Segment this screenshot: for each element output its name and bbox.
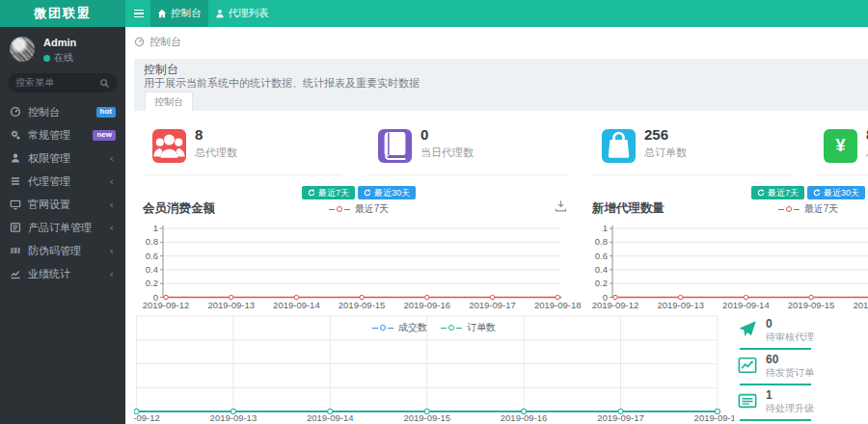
breadcrumb-label: 控制台 <box>149 35 181 49</box>
trend-icon <box>738 356 757 375</box>
new-agents-plot: 00.20.40.60.812019-09-122019-09-132019-0… <box>583 218 868 312</box>
sidebar-item-业绩统计[interactable]: 业绩统计 ‹ <box>0 262 125 285</box>
svg-text:0.4: 0.4 <box>595 264 608 275</box>
svg-text:2019-09-16: 2019-09-16 <box>403 300 450 310</box>
search-icon <box>99 78 110 89</box>
svg-text:0.2: 0.2 <box>146 278 158 288</box>
menu-badge: hot <box>96 107 116 118</box>
sidebar-item-控制台[interactable]: 控制台 hot <box>0 100 125 123</box>
nav-tab-控制台[interactable]: 控制台 <box>150 0 208 27</box>
svg-text:0.8: 0.8 <box>146 236 158 247</box>
chevron-left-icon: ‹ <box>110 222 114 234</box>
hamburger-icon[interactable] <box>125 0 147 27</box>
recent-7-days-button[interactable]: 最近7天 <box>302 186 355 199</box>
svg-text:2019-09-17: 2019-09-17 <box>469 300 516 310</box>
user-icon <box>215 9 225 18</box>
svg-text:2019-09-18: 2019-09-18 <box>534 300 582 310</box>
svg-text:2019-09-13: 2019-09-13 <box>657 300 704 310</box>
sidebar-item-label: 常规管理 <box>28 128 93 143</box>
svg-text:0.8: 0.8 <box>595 236 608 247</box>
shopping-bag-icon <box>602 129 636 163</box>
svg-text:2019-09-12: 2019-09-12 <box>143 300 190 310</box>
top-navbar: 控制台 代理列表 <box>125 0 868 27</box>
list-icon <box>738 391 757 411</box>
download-icon[interactable] <box>555 199 567 212</box>
chevron-left-icon: ‹ <box>110 268 114 280</box>
svg-text:2019-09-18: 2019-09-18 <box>694 412 734 423</box>
online-dot-icon <box>43 55 50 62</box>
legend-item[interactable]: 成交数 <box>372 321 427 334</box>
book-icon <box>378 129 412 163</box>
recent-30-days-button[interactable]: 最近30天 <box>358 186 416 199</box>
gears-icon <box>10 129 21 141</box>
nav-tab-label: 控制台 <box>171 7 202 20</box>
svg-text:0.2: 0.2 <box>595 278 608 288</box>
nav-tab-代理列表[interactable]: 代理列表 <box>208 0 276 27</box>
sidebar-item-权限管理[interactable]: 权限管理 ‹ <box>0 146 125 170</box>
legend-item[interactable]: 订单数 <box>441 321 496 334</box>
rocket-icon <box>738 320 757 339</box>
chevron-left-icon: ‹ <box>110 152 114 165</box>
refresh-icon <box>813 189 821 197</box>
shopping-bag-icon <box>602 129 636 163</box>
book-icon <box>378 129 412 163</box>
user-name: Admin <box>43 35 76 48</box>
sidebar: 微团联盟 Admin 在线 搜索菜单 控制台 hot 常规管理 new 权限管理… <box>0 0 125 424</box>
stat-card: ¥ 8 总销售额 <box>807 116 868 175</box>
search-placeholder: 搜索菜单 <box>15 76 99 90</box>
agents-icon <box>10 175 21 187</box>
stat-card-value: 8 <box>195 126 203 143</box>
permission-icon <box>10 152 21 164</box>
svg-text:2019-09-14: 2019-09-14 <box>722 300 770 310</box>
rocket-icon <box>738 320 757 339</box>
sidebar-item-常规管理[interactable]: 常规管理 new <box>0 123 125 146</box>
chevron-left-icon: ‹ <box>110 245 114 257</box>
sidebar-item-产品订单管理[interactable]: 产品订单管理 ‹ <box>0 216 125 239</box>
breadcrumb[interactable]: 控制台 <box>134 35 181 49</box>
quick-stats: 0 待审核代理 60 待发货订单 1 待处理升级 <box>738 314 868 424</box>
svg-text:0.4: 0.4 <box>146 264 158 275</box>
sidebar-item-防伪码管理[interactable]: 防伪码管理 ‹ <box>0 239 125 262</box>
svg-text:2019-09-12: 2019-09-12 <box>592 300 639 310</box>
refresh-icon <box>757 189 765 197</box>
recent-7-days-button[interactable]: 最近7天 <box>751 186 804 199</box>
stat-card-label: 总订单数 <box>644 146 687 160</box>
page-description: 用于展示当前系统中的统计数据、统计报表及重要实时数据 <box>144 76 420 91</box>
app-logo: 微团联盟 <box>0 0 125 27</box>
member-consumption-plot: 00.20.40.60.812019-09-122019-09-132019-0… <box>134 218 583 312</box>
chart-new-agents: 最近7天 最近30天 最近7天 新增代理数量 00.20.40.60.81201… <box>583 179 868 314</box>
team-icon <box>152 129 186 163</box>
quick-stat: 60 待发货订单 <box>738 350 868 385</box>
chart-orders-trend: 成交数 订单数 2019-09-122019-09-132019-09-1420… <box>134 314 734 424</box>
svg-text:1: 1 <box>153 223 158 233</box>
stat-card: 0 当日代理数 <box>362 116 587 175</box>
avatar[interactable] <box>10 37 35 62</box>
sidebar-item-代理管理[interactable]: 代理管理 ‹ <box>0 170 125 193</box>
quick-stat-value: 0 <box>766 318 814 330</box>
content-tab[interactable]: 控制台 <box>145 92 193 111</box>
barcode-icon <box>10 245 21 256</box>
legend-item[interactable]: 最近7天 <box>329 202 390 216</box>
svg-text:0.6: 0.6 <box>146 251 158 261</box>
stat-card: 256 总订单数 <box>585 116 811 175</box>
yen-icon: ¥ <box>824 129 857 163</box>
svg-text:0.6: 0.6 <box>595 251 608 261</box>
recent-30-days-button[interactable]: 最近30天 <box>807 186 865 199</box>
user-status: 在线 <box>54 51 73 65</box>
download-icon <box>555 199 567 212</box>
search-input[interactable]: 搜索菜单 <box>8 73 118 93</box>
chevron-left-icon: ‹ <box>110 199 114 211</box>
refresh-icon <box>308 189 315 197</box>
sidebar-item-label: 防伪码管理 <box>28 244 110 258</box>
stat-card-value: 0 <box>420 126 428 143</box>
performance-icon <box>10 268 21 279</box>
legend-item[interactable]: 最近7天 <box>778 202 839 216</box>
page-header: 控制台 用于展示当前系统中的统计数据、统计报表及重要实时数据 控制台 <box>134 59 868 111</box>
quick-stat: 0 待审核代理 <box>738 314 868 350</box>
dashboard-icon <box>10 106 21 118</box>
stat-card-label: 总代理数 <box>195 146 237 160</box>
quick-stat-label: 待发货订单 <box>766 366 814 380</box>
stat-card-value: 256 <box>644 126 668 143</box>
sidebar-item-官网设置[interactable]: 官网设置 ‹ <box>0 193 125 216</box>
sidebar-item-label: 业绩统计 <box>28 267 110 281</box>
